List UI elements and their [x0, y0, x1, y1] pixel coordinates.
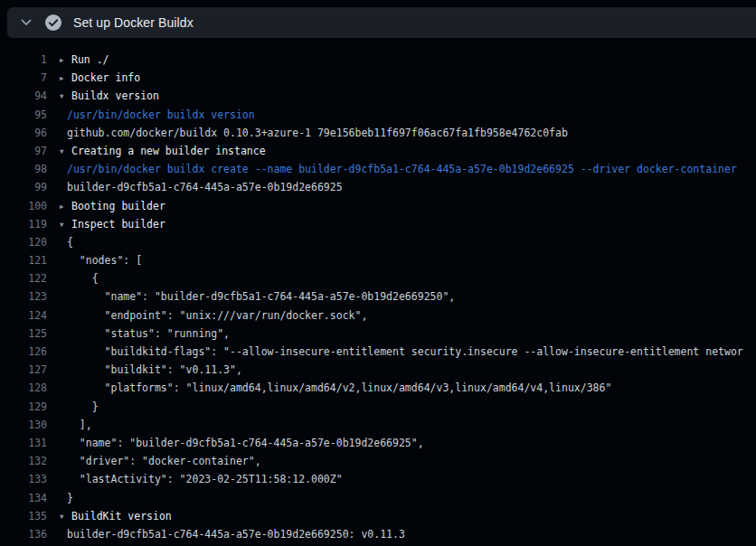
line-number-link[interactable]: 98 [0, 160, 47, 178]
triangle-down-icon: ▼ [60, 143, 71, 160]
command-text: /usr/bin/docker buildx version [47, 106, 255, 124]
log-line: 98/usr/bin/docker buildx create --name b… [0, 160, 756, 178]
triangle-down-icon: ▼ [60, 88, 71, 105]
line-number-link[interactable]: 1 [0, 51, 47, 69]
line-number-link[interactable]: 128 [0, 379, 47, 397]
output-text: ], [47, 416, 92, 434]
log-line: 127 "buildkit": "v0.11.3", [0, 361, 756, 379]
line-number-link[interactable]: 119 [0, 215, 47, 233]
line-number-link[interactable]: 121 [0, 251, 47, 269]
line-number-link[interactable]: 132 [0, 452, 47, 470]
line-number-link[interactable]: 99 [0, 178, 47, 196]
line-number-link[interactable]: 134 [0, 489, 47, 507]
line-number-link[interactable]: 7 [0, 69, 47, 87]
log-group-header[interactable]: 119▼Inspect builder [0, 215, 756, 233]
line-number-link[interactable]: 123 [0, 287, 47, 306]
group-title: Inspect builder [71, 218, 165, 231]
group-title: Booting builder [71, 200, 165, 212]
log-line: 122 { [0, 269, 756, 287]
log-line: 129 } [0, 398, 756, 416]
line-number-link[interactable]: 94 [0, 87, 47, 105]
check-circle-icon [44, 14, 62, 32]
chevron-down-icon [20, 16, 33, 29]
output-text: { [47, 233, 73, 251]
log-line: 133 "lastActivity": "2023-02-25T11:58:12… [0, 470, 756, 488]
triangle-right-icon: ▶ [60, 70, 71, 87]
output-text: "endpoint": "unix:///var/run/docker.sock… [47, 306, 367, 325]
triangle-down-icon: ▼ [60, 216, 71, 233]
log-group-content: ▼Creating a new builder instance [47, 142, 266, 160]
line-number-link[interactable]: 95 [0, 106, 47, 124]
log-line: 128 "platforms": "linux/amd64,linux/amd6… [0, 379, 756, 397]
collapse-step-button[interactable] [18, 14, 34, 31]
output-text: builder-d9cfb5a1-c764-445a-a57e-0b19d2e6… [47, 525, 405, 543]
log-line: 136builder-d9cfb5a1-c764-445a-a57e-0b19d… [0, 525, 756, 543]
step-title: Set up Docker Buildx [73, 15, 194, 30]
output-text: github.com/docker/buildx 0.10.3+azure-1 … [47, 124, 568, 142]
group-title: BuildKit version [71, 510, 172, 522]
output-text: "platforms": "linux/amd64,linux/amd64/v2… [47, 379, 611, 397]
log-line: 96github.com/docker/buildx 0.10.3+azure-… [0, 124, 756, 142]
line-number-link[interactable]: 135 [0, 507, 47, 525]
line-number-link[interactable]: 120 [0, 233, 47, 251]
line-number-link[interactable]: 97 [0, 142, 47, 160]
log-group-content: ▼BuildKit version [47, 507, 172, 525]
log-line: 125 "status": "running", [0, 325, 756, 343]
output-text: { [47, 269, 99, 287]
log-line: 120{ [0, 233, 756, 251]
log-line: 134} [0, 489, 756, 507]
log-line: 121 "nodes": [ [0, 251, 756, 269]
log-line: 124 "endpoint": "unix:///var/run/docker.… [0, 306, 756, 325]
triangle-down-icon: ▼ [60, 508, 71, 525]
log-group-header[interactable]: 94▼Buildx version [0, 87, 756, 105]
log-group-content: ▼Inspect builder [47, 215, 165, 233]
log-line: 123 "name": "builder-d9cfb5a1-c764-445a-… [0, 287, 756, 306]
output-text: "nodes": [ [47, 251, 142, 269]
group-title: Docker info [71, 71, 140, 84]
log-line: 126 "buildkitd-flags": "--allow-insecure… [0, 343, 756, 361]
output-text: "driver": "docker-container", [47, 452, 261, 470]
log-group-header[interactable]: 135▼BuildKit version [0, 507, 756, 525]
line-number-link[interactable]: 96 [0, 124, 47, 142]
line-number-link[interactable]: 133 [0, 470, 47, 488]
step-header[interactable]: Set up Docker Buildx [7, 7, 756, 38]
line-number-link[interactable]: 126 [0, 343, 47, 361]
line-number-link[interactable]: 129 [0, 398, 47, 416]
output-text: "buildkit": "v0.11.3", [47, 361, 242, 379]
command-text: /usr/bin/docker buildx create --name bui… [47, 160, 737, 178]
line-number-link[interactable]: 131 [0, 434, 47, 452]
log-group-content: ▶Docker info [47, 69, 140, 87]
log-group-content: ▶Booting builder [47, 197, 165, 215]
log-group-content: ▶Run ./ [47, 51, 109, 69]
output-text: "name": "builder-d9cfb5a1-c764-445a-a57e… [47, 434, 424, 452]
output-text: builder-d9cfb5a1-c764-445a-a57e-0b19d2e6… [47, 178, 343, 196]
log-group-header[interactable]: 97▼Creating a new builder instance [0, 142, 756, 160]
log-line: 132 "driver": "docker-container", [0, 452, 756, 470]
triangle-right-icon: ▶ [60, 52, 71, 69]
line-number-link[interactable]: 122 [0, 269, 47, 287]
log-line: 99builder-d9cfb5a1-c764-445a-a57e-0b19d2… [0, 178, 756, 196]
line-number-link[interactable]: 124 [0, 306, 47, 325]
triangle-right-icon: ▶ [60, 198, 71, 215]
line-number-link[interactable]: 127 [0, 361, 47, 379]
log-group-content: ▼Buildx version [47, 87, 159, 105]
output-text: "lastActivity": "2023-02-25T11:58:12.000… [47, 470, 343, 488]
output-text: "buildkitd-flags": "--allow-insecure-ent… [47, 343, 743, 361]
log-line: 131 "name": "builder-d9cfb5a1-c764-445a-… [0, 434, 756, 452]
group-title: Buildx version [71, 89, 159, 102]
log-line: 130 ], [0, 416, 756, 434]
line-number-link[interactable]: 125 [0, 325, 47, 343]
output-text: "name": "builder-d9cfb5a1-c764-445a-a57e… [47, 287, 455, 306]
output-text: "status": "running", [47, 325, 230, 343]
log-group-header[interactable]: 100▶Booting builder [0, 197, 756, 215]
log-line: 95/usr/bin/docker buildx version [0, 106, 756, 124]
log-group-header[interactable]: 7▶Docker info [0, 69, 756, 87]
line-number-link[interactable]: 100 [0, 197, 47, 215]
output-text: } [47, 489, 73, 507]
group-title: Run ./ [71, 53, 109, 66]
line-number-link[interactable]: 136 [0, 525, 47, 543]
line-number-link[interactable]: 130 [0, 416, 47, 434]
log-viewer: 1▶Run ./7▶Docker info94▼Buildx version95… [0, 38, 756, 546]
log-group-header[interactable]: 1▶Run ./ [0, 51, 756, 69]
group-title: Creating a new builder instance [71, 145, 266, 157]
